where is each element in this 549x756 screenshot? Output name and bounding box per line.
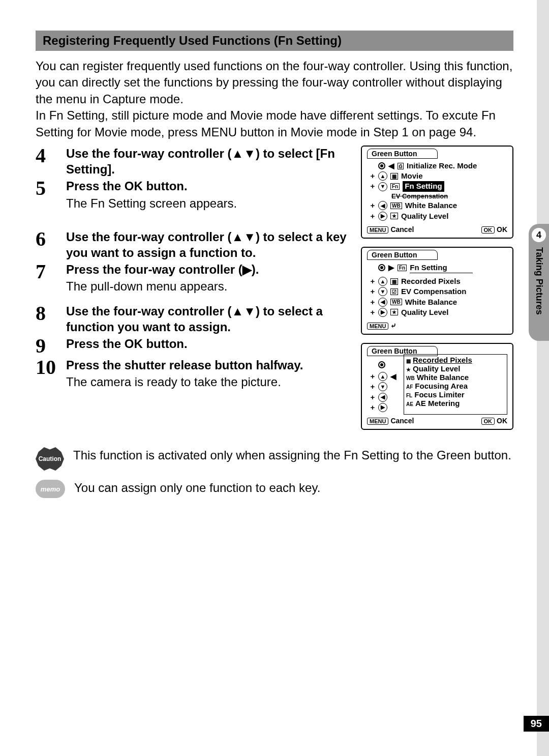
caution-text: This function is activated only when ass… xyxy=(73,447,511,463)
step-desc: The Fn Setting screen appears. xyxy=(66,195,352,212)
left-icon: ◀ xyxy=(378,298,387,307)
step-head: Use the four-way controller (▲▼) to sele… xyxy=(66,229,352,260)
step-number: 8 xyxy=(36,303,66,324)
screen-fig-3: Green Button +▲◀ +▼ +◀ +▶ ▦Recorded Pixe… xyxy=(361,343,513,430)
step-head: Use the four-way controller (▲▼) to sele… xyxy=(66,303,352,335)
fig-tab: Green Button xyxy=(367,250,438,260)
ok-button-label: OK xyxy=(481,226,495,234)
down-icon: ▼ xyxy=(378,382,387,391)
up-icon: ▲ xyxy=(378,277,387,286)
memo-text: You can assign only one function to each… xyxy=(74,480,320,496)
step-head: Press the four-way controller (▶). xyxy=(66,261,352,277)
ok-button-label: OK xyxy=(481,418,495,425)
step-desc: The pull-down menu appears. xyxy=(66,278,352,295)
step-head: Press the OK button. xyxy=(66,178,352,194)
menu-button-label: MENU xyxy=(367,226,388,234)
intro-paragraph: You can register frequently used functio… xyxy=(36,58,513,140)
step-number: 9 xyxy=(36,336,66,356)
step-head: Use the four-way controller (▲▼) to sele… xyxy=(66,146,352,177)
green-dot-icon xyxy=(378,162,385,169)
caution-icon: Caution xyxy=(36,447,64,471)
right-icon: ▶ xyxy=(378,403,387,412)
down-icon: ▼ xyxy=(378,287,387,296)
step-number: 4 xyxy=(36,146,66,166)
right-icon: ▶ xyxy=(378,308,387,317)
steps-list: 4 Use the four-way controller (▲▼) to se… xyxy=(36,146,352,438)
dropdown-list: ▦Recorded Pixels ★Quality Level WBWhite … xyxy=(404,354,507,415)
section-heading: Registering Frequently Used Functions (F… xyxy=(36,31,513,51)
fig-tab: Green Button xyxy=(367,149,438,159)
page-number: 95 xyxy=(524,716,549,732)
green-dot-icon xyxy=(378,264,385,271)
step-number: 6 xyxy=(36,229,66,249)
up-icon: ▲ xyxy=(378,372,387,381)
step-number: 7 xyxy=(36,261,66,282)
down-icon: ▼ xyxy=(378,182,387,191)
step-number: 10 xyxy=(36,357,66,377)
up-icon: ▲ xyxy=(378,171,387,181)
back-icon: ⤶ xyxy=(390,322,396,330)
init-icon: ⎙ xyxy=(398,163,404,169)
menu-button-label: MENU xyxy=(367,323,388,330)
screen-fig-2: Green Button ▶FnFn Setting +▲▦Recorded P… xyxy=(361,247,513,335)
step-head: Press the shutter release button halfway… xyxy=(66,357,352,373)
step-desc: The camera is ready to take the picture. xyxy=(66,374,352,390)
green-dot-icon xyxy=(378,361,385,368)
screen-fig-1: Green Button ◀⎙Initialize Rec. Mode +▲▦M… xyxy=(361,146,513,239)
step-head: Press the OK button. xyxy=(66,336,352,352)
left-icon: ◀ xyxy=(378,393,387,402)
step-number: 5 xyxy=(36,178,66,198)
memo-icon: memo xyxy=(36,480,65,498)
left-icon: ◀ xyxy=(378,201,387,210)
menu-button-label: MENU xyxy=(367,418,388,425)
right-icon: ▶ xyxy=(378,212,387,221)
